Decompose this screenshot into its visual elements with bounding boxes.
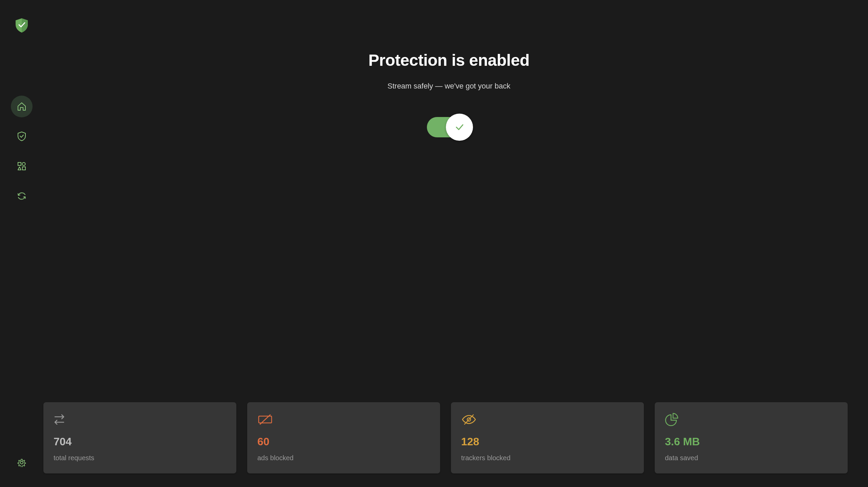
hero: Protection is enabled Stream safely — we… <box>43 51 854 137</box>
stat-value: 60 <box>257 435 430 448</box>
stat-value: 3.6 MB <box>665 435 837 448</box>
page-subtitle: Stream safely — we've got your back <box>43 82 854 91</box>
gear-icon <box>16 457 27 468</box>
stat-label: data saved <box>665 454 837 462</box>
ad-blocked-icon <box>257 413 273 426</box>
pie-chart-icon <box>665 413 678 426</box>
page-title: Protection is enabled <box>43 51 854 70</box>
stat-label: trackers blocked <box>461 454 634 462</box>
arrows-icon <box>54 413 67 426</box>
shield-check-icon <box>15 18 29 33</box>
nav-home[interactable] <box>11 96 33 117</box>
nav-apps[interactable] <box>11 155 33 177</box>
stat-card-requests[interactable]: 704 total requests <box>43 402 236 473</box>
stat-value: 704 <box>54 435 226 448</box>
home-icon <box>16 101 27 112</box>
stat-card-ads[interactable]: 60 ads blocked <box>247 402 440 473</box>
svg-point-1 <box>22 162 25 165</box>
app-logo <box>15 18 29 35</box>
nav-updates[interactable] <box>11 185 33 207</box>
check-icon <box>453 121 466 133</box>
stat-label: ads blocked <box>257 454 430 462</box>
stat-value: 128 <box>461 435 634 448</box>
sidebar <box>0 0 43 487</box>
svg-rect-0 <box>18 162 21 165</box>
svg-rect-2 <box>22 167 25 170</box>
shapes-icon <box>16 161 27 172</box>
stat-card-data[interactable]: 3.6 MB data saved <box>655 402 848 473</box>
nav-protection[interactable] <box>11 125 33 147</box>
protection-toggle[interactable] <box>427 117 471 137</box>
sync-icon <box>16 191 27 201</box>
shield-outline-icon <box>16 131 27 142</box>
stat-label: total requests <box>54 454 226 462</box>
sidebar-nav <box>11 96 33 452</box>
svg-point-3 <box>20 461 23 464</box>
toggle-knob <box>446 114 473 141</box>
main-content: Protection is enabled Stream safely — we… <box>43 0 868 487</box>
nav-settings[interactable] <box>11 452 33 473</box>
stat-card-trackers[interactable]: 128 trackers blocked <box>451 402 644 473</box>
stats-row: 704 total requests 60 ads blocked <box>43 402 854 487</box>
eye-off-icon <box>461 413 477 426</box>
